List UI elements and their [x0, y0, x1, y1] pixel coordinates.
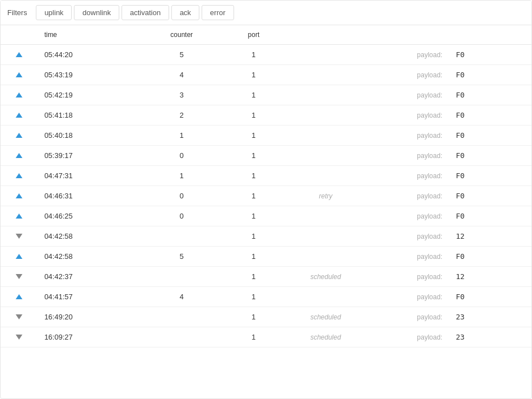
cell-payload-value: F0: [449, 105, 531, 126]
cell-time: 04:46:31: [38, 186, 141, 206]
table-row[interactable]: 04:42:371scheduledpayload:12: [1, 267, 531, 287]
table-row[interactable]: 04:42:5851payload:F0: [1, 247, 531, 267]
arrow-up-icon: [16, 133, 22, 138]
cell-tag: [284, 247, 367, 267]
cell-tag: scheduled: [284, 267, 367, 287]
cell-direction: [1, 146, 38, 166]
cell-tag: [284, 287, 367, 307]
table-row[interactable]: 05:43:1941payload:F0: [1, 65, 531, 85]
cell-payload-label: payload:: [367, 307, 449, 327]
cell-counter: 2: [141, 105, 223, 126]
cell-counter: 0: [141, 186, 223, 206]
cell-counter: [141, 327, 223, 347]
table-row[interactable]: 04:42:581payload:12: [1, 226, 531, 247]
cell-counter: [141, 267, 223, 287]
cell-payload-label: payload:: [367, 126, 449, 146]
arrow-up-icon: [16, 153, 22, 158]
arrow-up-icon: [16, 214, 22, 219]
cell-time: 04:42:58: [38, 247, 141, 267]
table-row[interactable]: 05:39:1701payload:F0: [1, 146, 531, 166]
table-row[interactable]: 16:49:201scheduledpayload:23: [1, 307, 531, 327]
cell-payload-label: payload:: [367, 146, 449, 166]
cell-port: 1: [223, 146, 284, 166]
cell-payload-value: F0: [449, 287, 531, 307]
cell-time: 04:42:58: [38, 226, 141, 247]
cell-direction: [1, 85, 38, 105]
arrow-up-icon: [16, 294, 22, 299]
col-tag: [284, 25, 367, 45]
table-row[interactable]: 16:09:271scheduledpayload:23: [1, 327, 531, 347]
cell-tag: [284, 206, 367, 226]
cell-payload-value: F0: [449, 206, 531, 226]
main-container: Filters uplinkdownlinkactivationackerror…: [0, 0, 532, 399]
cell-direction: [1, 267, 38, 287]
cell-port: 1: [223, 206, 284, 226]
cell-counter: 4: [141, 287, 223, 307]
cell-time: 04:41:57: [38, 287, 141, 307]
cell-direction: [1, 287, 38, 307]
cell-tag: [284, 126, 367, 146]
cell-port: 1: [223, 105, 284, 126]
tab-list: uplinkdownlinkactivationackerror: [36, 5, 234, 20]
table-row[interactable]: 04:47:3111payload:F0: [1, 166, 531, 186]
cell-payload-label: payload:: [367, 287, 449, 307]
tab-ack[interactable]: ack: [171, 5, 199, 20]
table-row[interactable]: 05:40:1811payload:F0: [1, 126, 531, 146]
arrow-up-icon: [16, 173, 22, 178]
cell-direction: [1, 166, 38, 186]
cell-port: 1: [223, 45, 284, 65]
cell-time: 16:09:27: [38, 327, 141, 347]
col-counter: counter: [141, 25, 223, 45]
tab-uplink[interactable]: uplink: [36, 5, 72, 20]
cell-tag: retry: [284, 186, 367, 206]
cell-time: 05:43:19: [38, 65, 141, 85]
table-wrapper: time counter port 05:44:2051payload:F005…: [1, 25, 531, 347]
cell-port: 1: [223, 226, 284, 247]
cell-payload-label: payload:: [367, 267, 449, 287]
cell-port: 1: [223, 85, 284, 105]
cell-payload-value: 23: [449, 327, 531, 347]
cell-payload-label: payload:: [367, 186, 449, 206]
tab-activation[interactable]: activation: [122, 5, 169, 20]
cell-direction: [1, 307, 38, 327]
table-row[interactable]: 04:46:3101retrypayload:F0: [1, 186, 531, 206]
arrow-up-icon: [16, 113, 22, 118]
cell-tag: [284, 226, 367, 247]
filter-bar: Filters uplinkdownlinkactivationackerror: [1, 1, 531, 25]
cell-tag: scheduled: [284, 327, 367, 347]
cell-port: 1: [223, 307, 284, 327]
cell-port: 1: [223, 327, 284, 347]
cell-payload-value: F0: [449, 45, 531, 65]
cell-payload-label: payload:: [367, 206, 449, 226]
col-direction: [1, 25, 38, 45]
cell-payload-value: F0: [449, 146, 531, 166]
table-row[interactable]: 05:41:1821payload:F0: [1, 105, 531, 126]
cell-payload-value: F0: [449, 85, 531, 105]
cell-payload-value: 23: [449, 307, 531, 327]
cell-counter: 1: [141, 166, 223, 186]
cell-port: 1: [223, 126, 284, 146]
cell-counter: 4: [141, 65, 223, 85]
tab-error[interactable]: error: [202, 5, 234, 20]
cell-direction: [1, 65, 38, 85]
arrow-down-icon: [16, 234, 22, 239]
table-row[interactable]: 04:41:5741payload:F0: [1, 287, 531, 307]
cell-time: 04:47:31: [38, 166, 141, 186]
tab-downlink[interactable]: downlink: [74, 5, 119, 20]
cell-tag: scheduled: [284, 307, 367, 327]
table-row[interactable]: 05:42:1931payload:F0: [1, 85, 531, 105]
cell-tag: [284, 166, 367, 186]
cell-payload-value: F0: [449, 247, 531, 267]
cell-time: 04:46:25: [38, 206, 141, 226]
cell-tag: [284, 105, 367, 126]
cell-counter: 3: [141, 85, 223, 105]
arrow-down-icon: [16, 335, 22, 340]
col-time: time: [38, 25, 141, 45]
cell-payload-value: F0: [449, 65, 531, 85]
cell-tag: [284, 146, 367, 166]
cell-payload-value: F0: [449, 186, 531, 206]
table-row[interactable]: 04:46:2501payload:F0: [1, 206, 531, 226]
table-row[interactable]: 05:44:2051payload:F0: [1, 45, 531, 65]
cell-time: 05:42:19: [38, 85, 141, 105]
cell-direction: [1, 186, 38, 206]
